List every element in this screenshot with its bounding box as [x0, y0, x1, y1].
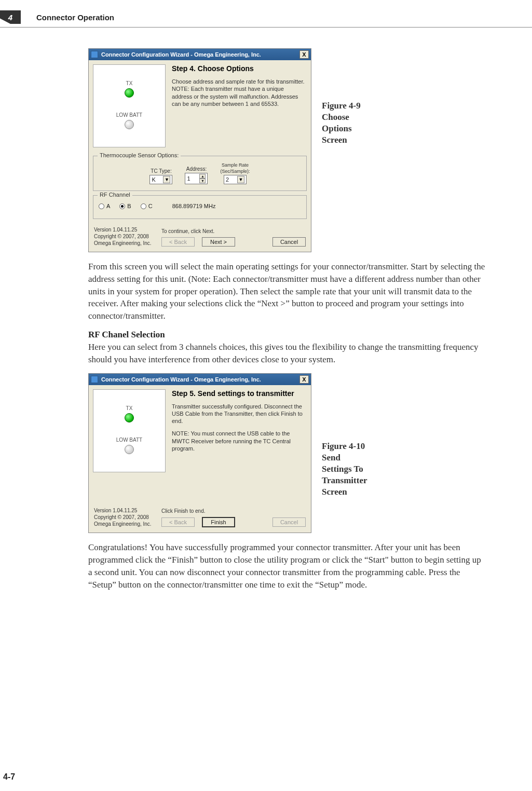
version-text: Version 1.04.11.25 [94, 226, 156, 233]
back-button[interactable]: < Back [161, 237, 195, 247]
thermocouple-groupbox: Thermocouple Sensor Options: TC Type: K … [93, 156, 307, 191]
figure-caption: Figure 4-9 Choose Options Screen [322, 100, 394, 146]
titlebar: Connector Configuration Wizard - Omega E… [89, 374, 311, 385]
window-title: Connector Configuration Wizard - Omega E… [101, 51, 261, 58]
radio-label: A [106, 203, 110, 209]
main-panel: Step 5. Send settings to transmitter Tra… [170, 385, 311, 504]
figure-caption-line: Screen [322, 134, 394, 146]
sample-rate-label1: Sample Rate [222, 162, 249, 168]
copyright-text: Copyright © 2007, 2008 Omega Engineering… [94, 233, 156, 247]
app-icon [91, 376, 98, 383]
subheading: RF Chanel Selection [88, 330, 485, 340]
cancel-button[interactable]: Cancel [272, 237, 306, 247]
step-title: Step 5. Send settings to transmitter [172, 389, 305, 398]
close-button[interactable]: X [299, 50, 309, 59]
figure-caption-line: Settings To [322, 463, 394, 475]
figure-caption-line: Options [322, 123, 394, 134]
figure-caption-line: Transmitter [322, 475, 394, 486]
body-text: Congratulations! You have successfully p… [88, 541, 485, 591]
side-panel: TX LOW BATT [93, 64, 166, 147]
hint-text: To continue, click Next. [161, 228, 306, 234]
radio-label: C [148, 203, 153, 209]
copyright-text: Copyright © 2007, 2008 Omega Engineering… [94, 514, 156, 527]
tx-led-icon [125, 413, 134, 422]
tc-type-label: TC Type: [151, 168, 171, 174]
rf-channel-groupbox: RF Channel A B C 868.899719 MHz [93, 195, 307, 219]
low-batt-label: LOW BATT [116, 112, 142, 118]
frequency-value: 868.899719 MHz [172, 203, 216, 209]
tx-led-label: TX [125, 405, 134, 411]
groupbox-title: RF Channel [98, 192, 132, 198]
figure-4-10-block: Connector Configuration Wizard - Omega E… [88, 373, 485, 534]
rf-channel-b-radio[interactable]: B [119, 203, 131, 209]
groupbox-title: Thermocouple Sensor Options: [98, 152, 181, 158]
page-content: Connector Configuration Wizard - Omega E… [0, 28, 532, 591]
figure-caption-line: Screen [322, 486, 394, 498]
cancel-button[interactable]: Cancel [272, 517, 306, 527]
figure-caption-line: Figure 4-10 [322, 441, 394, 452]
figure-caption-line: Send [322, 452, 394, 463]
address-label: Address: [186, 166, 207, 172]
figure-caption: Figure 4-10 Send Settings To Transmitter… [322, 441, 394, 498]
spinner-arrows-icon: ▲▼ [199, 174, 206, 183]
step-note: NOTE: You must connect the USB cable to … [172, 430, 305, 452]
version-text: Version 1.04.11.25 [94, 507, 156, 514]
address-value: 1 [187, 175, 190, 182]
rf-channel-c-radio[interactable]: C [141, 203, 153, 209]
step-description: Choose address and sample rate for this … [172, 78, 305, 107]
low-batt-led-icon [125, 445, 134, 454]
side-panel: TX LOW BATT [93, 389, 166, 472]
step-description: Transmitter successfully configured. Dis… [172, 403, 305, 425]
wizard-window-step4: Connector Configuration Wizard - Omega E… [88, 48, 311, 252]
radio-icon [119, 203, 125, 209]
window-title: Connector Configuration Wizard - Omega E… [101, 376, 261, 383]
radio-icon [99, 203, 104, 209]
sample-rate-label2: (Sec/Sample): [220, 169, 250, 174]
wizard-window-step5: Connector Configuration Wizard - Omega E… [88, 373, 311, 534]
figure-4-9-block: Connector Configuration Wizard - Omega E… [88, 48, 485, 252]
radio-icon [141, 203, 146, 209]
chapter-title: Connector Operation [36, 13, 114, 22]
main-panel: Step 4. Choose Options Choose address an… [170, 60, 311, 152]
body-text: From this screen you will select the mai… [88, 261, 485, 322]
tx-led-label: TX [125, 80, 134, 86]
low-batt-label: LOW BATT [116, 437, 142, 443]
titlebar: Connector Configuration Wizard - Omega E… [89, 49, 311, 60]
sample-rate-dropdown[interactable]: 2 ▼ [224, 175, 247, 184]
app-icon [91, 51, 98, 58]
chevron-down-icon: ▼ [163, 176, 170, 183]
low-batt-led-icon [125, 120, 134, 129]
chapter-number-tab: 4 [0, 10, 21, 24]
finish-button[interactable]: Finish [202, 517, 235, 527]
radio-label: B [127, 203, 131, 209]
back-button[interactable]: < Back [161, 517, 195, 527]
chevron-down-icon: ▼ [237, 176, 244, 183]
address-spinner[interactable]: 1 ▲▼ [185, 173, 208, 184]
tc-type-value: K [152, 176, 155, 183]
figure-caption-line: Figure 4-9 [322, 100, 394, 112]
figure-caption-line: Choose [322, 112, 394, 123]
close-button[interactable]: X [299, 375, 309, 384]
rf-channel-a-radio[interactable]: A [99, 203, 110, 209]
step-title: Step 4. Choose Options [172, 64, 305, 73]
body-text: Here you can select from 3 channels choi… [88, 341, 485, 366]
tc-type-dropdown[interactable]: K ▼ [149, 175, 172, 184]
sample-rate-value: 2 [226, 176, 229, 183]
tx-led-icon [125, 88, 134, 98]
next-button[interactable]: Next > [202, 237, 235, 247]
page-header: 4 Connector Operation [0, 0, 532, 24]
hint-text: Click Finish to end. [161, 508, 306, 514]
page-number: 4-7 [3, 772, 15, 782]
